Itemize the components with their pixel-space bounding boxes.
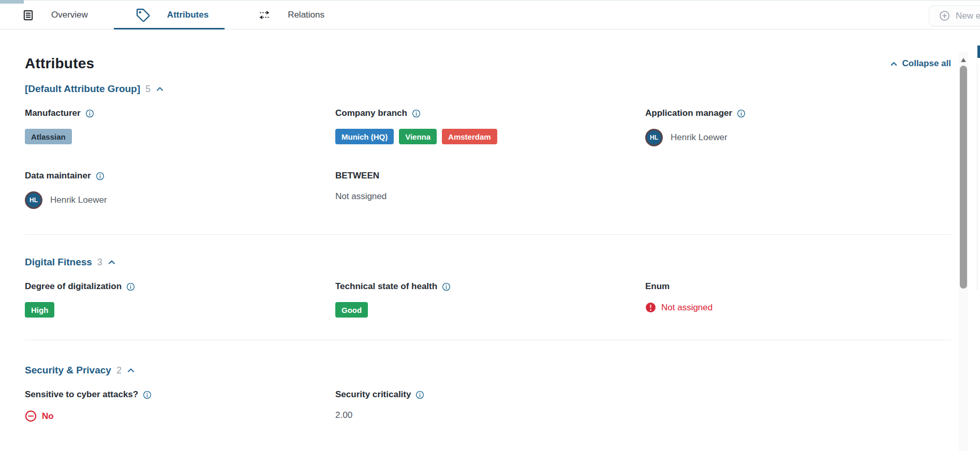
group-name: Digital Fitness [25, 257, 92, 268]
attribute-cell-enum: Enum Not assigned [645, 281, 951, 318]
attribute-label: Degree of digitalization [25, 281, 122, 292]
value-chip: High [25, 302, 54, 318]
attribute-label: Sensitive to cyber attacks? [25, 389, 138, 400]
attribute-cell-technical-state-of-health: Technical state of health Good [335, 281, 645, 318]
attribute-value: 2.00 [335, 410, 352, 420]
value-chip: Munich (HQ) [335, 129, 394, 144]
top-accent-bar [0, 0, 24, 4]
chevron-up-icon[interactable] [127, 366, 135, 374]
tab-relations-label: Relations [288, 10, 324, 20]
minus-circle-icon [25, 410, 37, 422]
scrollbar-thumb[interactable] [960, 66, 967, 289]
right-edge-border [977, 65, 977, 290]
attribute-cell-between: BETWEEN Not assigned [335, 171, 645, 209]
info-icon[interactable] [737, 109, 746, 118]
info-icon[interactable] [126, 282, 135, 291]
person-name: Henrik Loewer [50, 195, 107, 205]
info-icon[interactable] [96, 172, 105, 181]
section-divider [25, 340, 951, 340]
status-text: No [42, 411, 54, 422]
attribute-cell-sensitive-to-cyber-attacks: Sensitive to cyber attacks? No [25, 389, 335, 422]
group-count: 2 [116, 365, 122, 376]
chevron-up-icon [890, 60, 898, 68]
info-icon[interactable] [442, 282, 451, 291]
tab-relations[interactable]: Relations [258, 1, 324, 29]
section-divider [25, 234, 951, 235]
active-tab-underline [114, 28, 225, 29]
info-icon[interactable] [85, 109, 94, 118]
group-header-default-attribute-group[interactable]: [Default Attribute Group] 5 [25, 83, 951, 95]
chevron-up-icon[interactable] [108, 258, 116, 266]
tab-attributes-label: Attributes [167, 10, 209, 20]
scrollbar-up-arrow-icon[interactable] [961, 58, 966, 62]
attribute-cell-data-maintainer: Data maintainer HL Henrik Loewer [25, 171, 335, 209]
tab-attributes[interactable]: Attributes [114, 1, 225, 29]
tab-bar: Overview Attributes Relations [0, 0, 980, 29]
relations-icon [258, 9, 271, 21]
attribute-label: Application manager [645, 108, 732, 118]
document-icon [22, 9, 34, 21]
attribute-cell-application-manager: Application manager HL Henrik Loewer [645, 108, 951, 146]
attribute-cell-company-branch: Company branch Munich (HQ) Vienna Amster… [335, 108, 645, 146]
attribute-cell-security-criticality: Security criticality 2.00 [335, 389, 645, 422]
collapse-all-button[interactable]: Collapse all [890, 58, 951, 69]
page-title: Attributes [25, 55, 94, 72]
group-count: 3 [97, 257, 102, 268]
status-no: No [25, 410, 54, 422]
right-edge-accent [977, 46, 980, 58]
tag-icon [136, 8, 150, 22]
value-chip: Amsterdam [442, 129, 497, 144]
alert-circle-icon [645, 302, 656, 313]
avatar: HL [645, 129, 663, 146]
attribute-label: Security criticality [335, 389, 411, 400]
value-chip: Good [335, 302, 368, 318]
group-header-security-privacy[interactable]: Security & Privacy 2 [25, 365, 951, 376]
attribute-label: Technical state of health [335, 281, 437, 292]
attribute-label: BETWEEN [335, 171, 379, 181]
attribute-value: Not assigned [335, 191, 387, 202]
value-chip: Atlassian [25, 129, 72, 144]
status-not-assigned: Not assigned [645, 302, 712, 313]
attribute-cell-empty [645, 389, 951, 422]
group-name: [Default Attribute Group] [25, 83, 140, 95]
group-name: Security & Privacy [25, 365, 111, 376]
group-header-digital-fitness[interactable]: Digital Fitness 3 [25, 257, 951, 268]
new-element-button[interactable]: New el [929, 5, 980, 26]
attribute-cell-manufacturer: Manufacturer Atlassian [25, 108, 335, 146]
info-icon[interactable] [415, 390, 424, 399]
attribute-label: Data maintainer [25, 171, 91, 181]
chevron-up-icon[interactable] [156, 85, 164, 93]
value-chip: Vienna [399, 129, 437, 144]
group-count: 5 [145, 84, 151, 95]
attribute-label: Company branch [335, 108, 407, 118]
info-icon[interactable] [143, 390, 152, 399]
collapse-all-label: Collapse all [902, 58, 951, 69]
attribute-cell-degree-of-digitalization: Degree of digitalization High [25, 281, 335, 318]
person-name: Henrik Loewer [671, 132, 727, 143]
attribute-label: Enum [645, 281, 670, 292]
attribute-cell-empty [645, 171, 951, 209]
plus-circle-icon [939, 10, 950, 21]
status-text: Not assigned [661, 303, 712, 313]
attribute-label: Manufacturer [25, 108, 81, 118]
avatar: HL [25, 191, 42, 209]
attributes-panel: Attributes Collapse all [Default Attribu… [0, 55, 980, 422]
info-icon[interactable] [412, 109, 421, 118]
tab-overview[interactable]: Overview [22, 1, 88, 29]
new-element-label: New el [956, 11, 980, 21]
tab-overview-label: Overview [51, 10, 88, 20]
